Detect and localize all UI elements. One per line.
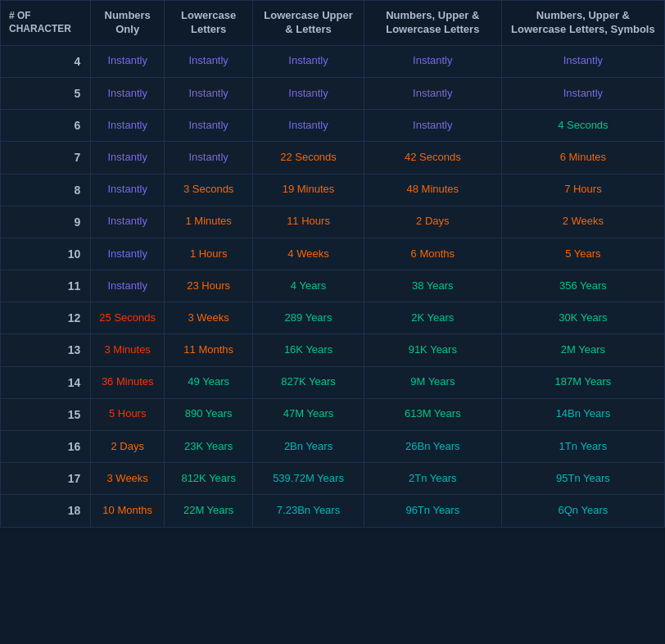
cell-r7-c3: 38 Years xyxy=(364,270,501,302)
table-row: 155 Hours890 Years47M Years613M Years14B… xyxy=(1,398,665,430)
cell-r8-c2: 289 Years xyxy=(253,302,364,334)
cell-r12-c4: 1Tn Years xyxy=(501,431,664,463)
table-row: 133 Minutes11 Months16K Years91K Years2M… xyxy=(1,334,665,366)
cell-r12-c3: 26Bn Years xyxy=(364,431,501,463)
column-header-0: # OF CHARACTER xyxy=(1,1,91,46)
cell-r6-c4: 5 Years xyxy=(501,238,664,270)
cell-r7-c0: Instantly xyxy=(91,270,165,302)
char-count: 12 xyxy=(1,302,91,334)
table-row: 6InstantlyInstantlyInstantlyInstantly4 S… xyxy=(1,110,665,142)
char-count: 6 xyxy=(1,110,91,142)
cell-r14-c1: 22M Years xyxy=(165,495,253,527)
cell-r7-c2: 4 Years xyxy=(253,270,364,302)
cell-r1-c4: Instantly xyxy=(501,77,664,109)
cell-r11-c1: 890 Years xyxy=(165,398,253,430)
cell-r0-c4: Instantly xyxy=(501,45,664,77)
cell-r13-c4: 95Tn Years xyxy=(501,463,664,495)
char-count: 9 xyxy=(1,206,91,238)
cell-r8-c4: 30K Years xyxy=(501,302,664,334)
password-strength-table: # OF CHARACTERNumbers OnlyLowercase Lett… xyxy=(0,0,665,528)
cell-r9-c2: 16K Years xyxy=(253,334,364,366)
cell-r7-c1: 23 Hours xyxy=(165,270,253,302)
char-count: 17 xyxy=(1,463,91,495)
cell-r11-c4: 14Bn Years xyxy=(501,398,664,430)
cell-r3-c4: 6 Minutes xyxy=(501,142,664,174)
cell-r0-c1: Instantly xyxy=(165,45,253,77)
cell-r12-c2: 2Bn Years xyxy=(253,431,364,463)
table-row: 4InstantlyInstantlyInstantlyInstantlyIns… xyxy=(1,45,665,77)
cell-r4-c4: 7 Hours xyxy=(501,174,664,206)
cell-r5-c1: 1 Minutes xyxy=(165,206,253,238)
cell-r8-c3: 2K Years xyxy=(364,302,501,334)
cell-r10-c0: 36 Minutes xyxy=(91,366,165,398)
cell-r10-c1: 49 Years xyxy=(165,366,253,398)
table-row: 5InstantlyInstantlyInstantlyInstantlyIns… xyxy=(1,77,665,109)
column-header-3: Lowercase Upper & Letters xyxy=(253,1,364,46)
cell-r13-c1: 812K Years xyxy=(165,463,253,495)
column-header-5: Numbers, Upper & Lowercase Letters, Symb… xyxy=(501,1,664,46)
cell-r2-c2: Instantly xyxy=(253,110,364,142)
char-count: 10 xyxy=(1,238,91,270)
column-header-2: Lowercase Letters xyxy=(165,1,253,46)
cell-r13-c0: 3 Weeks xyxy=(91,463,165,495)
cell-r4-c2: 19 Minutes xyxy=(253,174,364,206)
cell-r13-c3: 2Tn Years xyxy=(364,463,501,495)
cell-r0-c2: Instantly xyxy=(253,45,364,77)
char-count: 5 xyxy=(1,77,91,109)
cell-r11-c2: 47M Years xyxy=(253,398,364,430)
cell-r10-c3: 9M Years xyxy=(364,366,501,398)
cell-r5-c2: 11 Hours xyxy=(253,206,364,238)
cell-r10-c4: 187M Years xyxy=(501,366,664,398)
char-count: 15 xyxy=(1,398,91,430)
cell-r8-c0: 25 Seconds xyxy=(91,302,165,334)
cell-r1-c2: Instantly xyxy=(253,77,364,109)
cell-r3-c2: 22 Seconds xyxy=(253,142,364,174)
cell-r1-c3: Instantly xyxy=(364,77,501,109)
cell-r11-c3: 613M Years xyxy=(364,398,501,430)
cell-r1-c1: Instantly xyxy=(165,77,253,109)
cell-r6-c3: 6 Months xyxy=(364,238,501,270)
cell-r13-c2: 539.72M Years xyxy=(253,463,364,495)
char-count: 11 xyxy=(1,270,91,302)
cell-r6-c1: 1 Hours xyxy=(165,238,253,270)
table-row: 1810 Months22M Years7.23Bn Years96Tn Yea… xyxy=(1,495,665,527)
cell-r4-c1: 3 Seconds xyxy=(165,174,253,206)
cell-r9-c0: 3 Minutes xyxy=(91,334,165,366)
cell-r9-c4: 2M Years xyxy=(501,334,664,366)
cell-r4-c3: 48 Minutes xyxy=(364,174,501,206)
cell-r10-c2: 827K Years xyxy=(253,366,364,398)
cell-r4-c0: Instantly xyxy=(91,174,165,206)
table-row: 8Instantly3 Seconds19 Minutes48 Minutes7… xyxy=(1,174,665,206)
cell-r14-c0: 10 Months xyxy=(91,495,165,527)
char-count: 18 xyxy=(1,495,91,527)
table-row: 1436 Minutes49 Years827K Years9M Years18… xyxy=(1,366,665,398)
char-count: 4 xyxy=(1,45,91,77)
char-count: 14 xyxy=(1,366,91,398)
char-count: 8 xyxy=(1,174,91,206)
char-count: 16 xyxy=(1,431,91,463)
cell-r14-c4: 6Qn Years xyxy=(501,495,664,527)
column-header-4: Numbers, Upper & Lowercase Letters xyxy=(364,1,501,46)
cell-r3-c1: Instantly xyxy=(165,142,253,174)
table-row: 9Instantly1 Minutes11 Hours2 Days2 Weeks xyxy=(1,206,665,238)
cell-r12-c0: 2 Days xyxy=(91,431,165,463)
cell-r5-c3: 2 Days xyxy=(364,206,501,238)
cell-r11-c0: 5 Hours xyxy=(91,398,165,430)
cell-r2-c1: Instantly xyxy=(165,110,253,142)
cell-r14-c2: 7.23Bn Years xyxy=(253,495,364,527)
cell-r8-c1: 3 Weeks xyxy=(165,302,253,334)
table-row: 7InstantlyInstantly22 Seconds42 Seconds6… xyxy=(1,142,665,174)
cell-r1-c0: Instantly xyxy=(91,77,165,109)
cell-r5-c0: Instantly xyxy=(91,206,165,238)
cell-r6-c0: Instantly xyxy=(91,238,165,270)
cell-r3-c0: Instantly xyxy=(91,142,165,174)
cell-r14-c3: 96Tn Years xyxy=(364,495,501,527)
table-row: 1225 Seconds3 Weeks289 Years2K Years30K … xyxy=(1,302,665,334)
cell-r2-c4: 4 Seconds xyxy=(501,110,664,142)
char-count: 13 xyxy=(1,334,91,366)
column-header-1: Numbers Only xyxy=(91,1,165,46)
cell-r0-c0: Instantly xyxy=(91,45,165,77)
cell-r2-c0: Instantly xyxy=(91,110,165,142)
table-row: 10Instantly1 Hours4 Weeks6 Months5 Years xyxy=(1,238,665,270)
cell-r3-c3: 42 Seconds xyxy=(364,142,501,174)
